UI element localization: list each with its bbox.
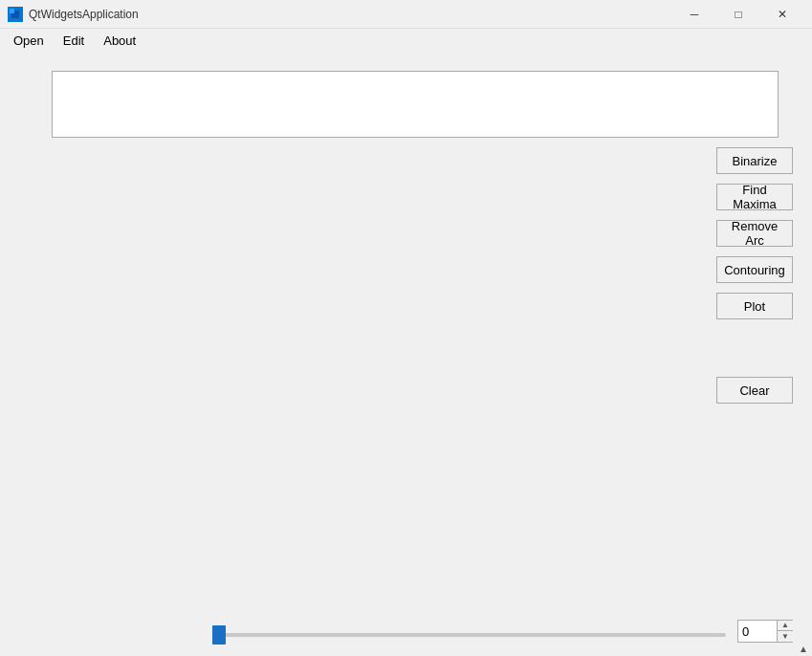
app-icon <box>8 7 23 22</box>
slider-input[interactable] <box>212 633 726 637</box>
clear-button[interactable]: Clear <box>716 377 793 404</box>
plot-button[interactable]: Plot <box>716 293 793 319</box>
main-content: Binarize Find Maxima Remove Arc Contouri… <box>0 52 812 656</box>
menu-edit[interactable]: Edit <box>54 32 94 50</box>
remove-arc-button[interactable]: Remove Arc <box>716 220 793 247</box>
title-bar: QtWidgetsApplication ─ □ ✕ <box>0 0 812 29</box>
status-bar: ▲ <box>799 644 808 654</box>
window-controls: ─ □ ✕ <box>672 0 804 29</box>
svg-rect-2 <box>10 9 14 13</box>
maximize-button[interactable]: □ <box>716 0 760 29</box>
image-display <box>52 71 779 138</box>
spinbox-up-button[interactable]: ▲ <box>778 621 793 631</box>
binarize-button[interactable]: Binarize <box>716 147 793 174</box>
contouring-button[interactable]: Contouring <box>716 256 793 283</box>
spinbox-buttons: ▲ ▼ <box>777 621 793 642</box>
slider-wrapper <box>212 633 726 637</box>
buttons-panel: Binarize Find Maxima Remove Arc Contouri… <box>716 147 793 404</box>
spinbox-container: 0 ▲ ▼ <box>737 620 793 643</box>
menu-about[interactable]: About <box>94 32 145 50</box>
menu-bar: Open Edit About <box>0 29 812 52</box>
close-button[interactable]: ✕ <box>760 0 804 29</box>
spinbox-down-button[interactable]: ▼ <box>778 631 793 642</box>
spinbox-input[interactable]: 0 <box>738 621 777 642</box>
menu-open[interactable]: Open <box>4 32 54 50</box>
window-title: QtWidgetsApplication <box>29 8 139 21</box>
find-maxima-button[interactable]: Find Maxima <box>716 184 793 210</box>
title-bar-left: QtWidgetsApplication <box>8 7 139 22</box>
minimize-button[interactable]: ─ <box>672 0 716 29</box>
